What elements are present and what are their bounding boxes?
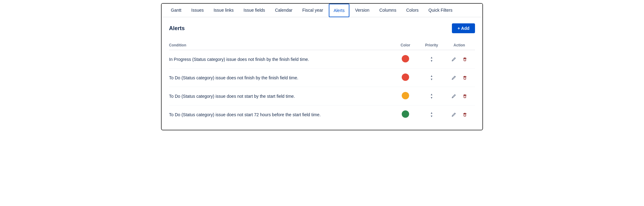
tab-issue-fields[interactable]: Issue fields	[239, 4, 269, 17]
page-title: Alerts	[169, 25, 185, 32]
content-header: Alerts + Add	[169, 23, 475, 33]
delete-button[interactable]	[462, 75, 468, 81]
tab-quick-filters[interactable]: Quick Filters	[424, 4, 457, 17]
delete-button[interactable]	[462, 56, 468, 62]
tab-alerts[interactable]: Alerts	[329, 4, 350, 17]
priority-arrows[interactable]	[420, 111, 444, 118]
col-header-color: Color	[395, 41, 420, 50]
tab-fiscal-year[interactable]: Fiscal year	[298, 4, 328, 17]
alerts-table: Condition Color Priority Action In Progr…	[169, 41, 475, 124]
priority-cell	[420, 50, 447, 69]
tab-version[interactable]: Version	[351, 4, 374, 17]
color-cell	[395, 87, 420, 105]
delete-button[interactable]	[462, 112, 468, 118]
action-cell	[447, 105, 475, 124]
edit-button[interactable]	[451, 112, 457, 118]
svg-rect-1	[464, 77, 466, 79]
svg-rect-2	[464, 96, 466, 98]
priority-down-button[interactable]	[430, 96, 433, 100]
table-row: To Do (Status category) issue does not s…	[169, 105, 475, 124]
col-header-priority: Priority	[420, 41, 447, 50]
tab-gantt[interactable]: Gantt	[167, 4, 186, 17]
tab-colors[interactable]: Colors	[402, 4, 423, 17]
priority-cell	[420, 69, 447, 87]
condition-cell: To Do (Status category) issue does not s…	[169, 105, 395, 124]
tab-issues[interactable]: Issues	[187, 4, 208, 17]
color-dot[interactable]	[402, 73, 409, 81]
condition-cell: To Do (Status category) issue does not s…	[169, 87, 395, 105]
priority-down-button[interactable]	[430, 59, 433, 63]
color-cell	[395, 69, 420, 87]
action-icons	[447, 93, 471, 99]
action-cell	[447, 87, 475, 105]
priority-up-button[interactable]	[430, 74, 433, 78]
action-icons	[447, 56, 471, 62]
edit-button[interactable]	[451, 75, 457, 81]
svg-rect-0	[464, 59, 466, 61]
content-area: Alerts + Add Condition Color Priority Ac…	[162, 17, 482, 130]
tab-calendar[interactable]: Calendar	[271, 4, 297, 17]
action-cell	[447, 50, 475, 69]
priority-down-button[interactable]	[430, 115, 433, 118]
priority-arrows[interactable]	[420, 93, 444, 100]
tab-columns[interactable]: Columns	[375, 4, 400, 17]
tab-bar: GanttIssuesIssue linksIssue fieldsCalend…	[162, 4, 482, 17]
action-icons	[447, 112, 471, 118]
color-dot[interactable]	[402, 110, 409, 118]
priority-arrows[interactable]	[420, 56, 444, 63]
color-dot[interactable]	[402, 55, 409, 62]
priority-cell	[420, 105, 447, 124]
priority-cell	[420, 87, 447, 105]
priority-down-button[interactable]	[430, 78, 433, 81]
color-cell	[395, 50, 420, 69]
action-icons	[447, 75, 471, 81]
condition-cell: To Do (Status category) issue does not f…	[169, 69, 395, 87]
condition-cell: In Progress (Status category) issue does…	[169, 50, 395, 69]
svg-rect-3	[464, 114, 466, 116]
priority-up-button[interactable]	[430, 111, 433, 115]
delete-button[interactable]	[462, 93, 468, 99]
priority-up-button[interactable]	[430, 56, 433, 59]
color-cell	[395, 105, 420, 124]
table-row: In Progress (Status category) issue does…	[169, 50, 475, 69]
priority-arrows[interactable]	[420, 74, 444, 81]
col-header-action: Action	[447, 41, 475, 50]
priority-up-button[interactable]	[430, 93, 433, 96]
table-row: To Do (Status category) issue does not s…	[169, 87, 475, 105]
tab-issue-links[interactable]: Issue links	[209, 4, 238, 17]
table-row: To Do (Status category) issue does not f…	[169, 69, 475, 87]
edit-button[interactable]	[451, 56, 457, 62]
edit-button[interactable]	[451, 93, 457, 99]
add-button[interactable]: + Add	[452, 23, 475, 33]
col-header-condition: Condition	[169, 41, 395, 50]
action-cell	[447, 69, 475, 87]
color-dot[interactable]	[402, 92, 409, 99]
